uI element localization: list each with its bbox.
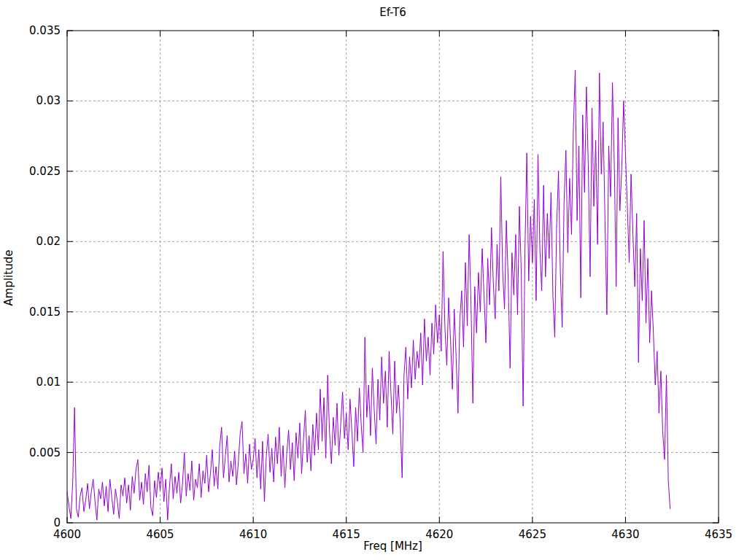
chart-title: Ef-T6 — [67, 6, 719, 19]
y-tick-label: 0 — [53, 516, 61, 529]
y-tick-label: 0.02 — [36, 235, 61, 248]
y-tick-label: 0.025 — [29, 165, 61, 178]
axis-ticks — [67, 31, 719, 523]
plot-canvas: 46004605461046154620462546304635 00.0050… — [0, 0, 747, 560]
y-tick-label: 0.03 — [36, 94, 61, 107]
y-tick-labels: 00.0050.010.0150.020.0250.030.035 — [29, 24, 61, 529]
chart-page: Ef-T6 Amplitude Freq [MHz] 4600460546104… — [0, 0, 747, 560]
y-tick-label: 0.015 — [29, 306, 61, 319]
plot-border — [67, 31, 719, 523]
grid-lines — [67, 31, 719, 523]
x-axis-label: Freq [MHz] — [67, 540, 719, 553]
y-tick-label: 0.005 — [29, 446, 61, 459]
y-tick-label: 0.035 — [29, 24, 61, 37]
y-axis-label: Amplitude — [2, 154, 15, 402]
y-tick-label: 0.01 — [36, 376, 61, 389]
